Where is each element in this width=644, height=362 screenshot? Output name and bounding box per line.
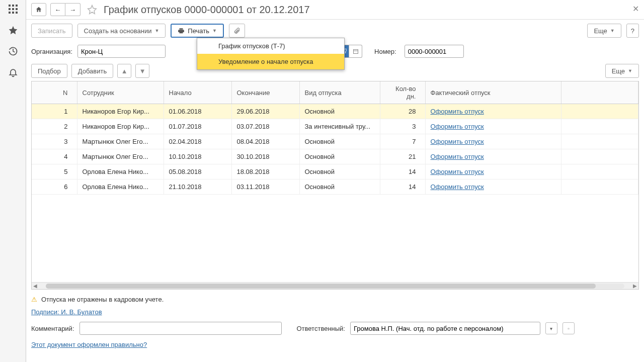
cell-type: Основной — [299, 134, 380, 149]
cell-end: 03.11.2018 — [231, 179, 299, 195]
chevron-down-icon: ▼ — [610, 28, 615, 33]
more-button[interactable]: Еще ▼ — [587, 24, 621, 38]
cell-type: Основной — [299, 179, 380, 195]
table-row[interactable]: 2Никаноров Егор Кир...01.07.201803.07.20… — [32, 119, 638, 134]
cell-start: 21.10.2018 — [164, 179, 231, 195]
footer: ⚠ Отпуска не отражены в кадровом учете. … — [26, 290, 644, 355]
doc-check-link[interactable]: Этот документ оформлен правильно? — [31, 341, 147, 348]
warning-text: Отпуска не отражены в кадровом учете. — [41, 296, 164, 303]
vacation-table: N Сотрудник Начало Окончание Вид отпуска… — [32, 81, 638, 195]
create-vacation-link[interactable]: Оформить отпуск — [431, 108, 484, 115]
cell-extra — [561, 104, 638, 119]
org-label: Организация: — [31, 48, 72, 55]
create-on-basis-button[interactable]: Создать на основании ▼ — [77, 24, 166, 38]
cell-end: 08.04.2018 — [231, 134, 299, 149]
close-icon[interactable]: ✕ — [632, 4, 639, 14]
back-button[interactable]: ← — [50, 3, 65, 16]
print-button[interactable]: Печать ▼ — [171, 24, 224, 38]
responsible-open-icon[interactable]: ▫ — [562, 322, 575, 334]
cell-days: 3 — [380, 119, 425, 134]
home-button[interactable] — [31, 3, 46, 16]
signatures-link[interactable]: Подписи: И. В. Булатов — [31, 308, 102, 316]
add-button[interactable]: Добавить — [71, 64, 113, 78]
table-row[interactable]: 3Мартынюк Олег Его...02.04.201808.04.201… — [32, 134, 638, 149]
cell-type: Основной — [299, 164, 380, 179]
cell-action: Оформить отпуск — [425, 164, 561, 179]
responsible-dropdown-icon[interactable]: ▾ — [545, 322, 557, 334]
chevron-down-icon: ▼ — [628, 68, 632, 73]
responsible-label: Ответственный: — [297, 325, 345, 332]
cell-end: 29.06.2018 — [231, 104, 299, 119]
col-n[interactable]: N — [32, 81, 77, 104]
cell-action: Оформить отпуск — [425, 119, 561, 134]
apps-icon[interactable] — [7, 3, 19, 15]
col-type[interactable]: Вид отпуска — [299, 81, 380, 104]
calendar-icon[interactable] — [349, 45, 362, 58]
create-on-basis-label: Создать на основании — [84, 27, 152, 35]
create-vacation-link[interactable]: Оформить отпуск — [431, 153, 484, 160]
scroll-left-icon[interactable]: ◀ — [32, 283, 39, 289]
col-action[interactable]: Фактический отпуск — [425, 81, 561, 104]
bell-icon[interactable] — [7, 66, 19, 78]
chevron-down-icon: ▼ — [212, 28, 217, 33]
cell-extra — [561, 119, 638, 134]
cell-days: 14 — [380, 164, 425, 179]
print-dropdown: График отпусков (Т-7) Уведомление о нача… — [197, 38, 345, 70]
svg-rect-1 — [12, 5, 14, 7]
table-row[interactable]: 6Орлова Елена Нико...21.10.201803.11.201… — [32, 179, 638, 195]
app-sidebar — [0, 0, 26, 362]
create-vacation-link[interactable]: Оформить отпуск — [431, 168, 484, 175]
pick-button[interactable]: Подбор — [31, 64, 67, 78]
svg-rect-9 — [353, 50, 358, 54]
comment-input[interactable] — [79, 322, 282, 335]
table-row[interactable]: 1Никаноров Егор Кир...01.06.201829.06.20… — [32, 104, 638, 119]
cell-employee: Никаноров Егор Кир... — [77, 104, 164, 119]
printer-icon — [178, 27, 185, 34]
create-vacation-link[interactable]: Оформить отпуск — [431, 138, 484, 145]
col-employee[interactable]: Сотрудник — [77, 81, 164, 104]
menu-item-t7[interactable]: График отпусков (Т-7) — [197, 38, 344, 54]
create-vacation-link[interactable]: Оформить отпуск — [431, 183, 484, 191]
cell-n: 6 — [32, 179, 77, 195]
responsible-input[interactable] — [350, 322, 540, 335]
forward-button[interactable]: → — [65, 3, 80, 16]
help-button[interactable]: ? — [626, 24, 639, 38]
number-input[interactable] — [405, 45, 464, 58]
cell-employee: Мартынюк Олег Его... — [77, 134, 164, 149]
table-row[interactable]: 5Орлова Елена Нико...05.08.201818.08.201… — [32, 164, 638, 179]
cell-end: 18.08.2018 — [231, 164, 299, 179]
cell-days: 28 — [380, 104, 425, 119]
cell-start: 10.10.2018 — [164, 149, 231, 164]
move-up-button[interactable]: ▲ — [117, 64, 131, 78]
svg-rect-0 — [9, 5, 11, 7]
cell-employee: Мартынюк Олег Его... — [77, 149, 164, 164]
table-container: N Сотрудник Начало Окончание Вид отпуска… — [31, 81, 639, 290]
favorite-icon[interactable] — [87, 4, 98, 15]
create-vacation-link[interactable]: Оформить отпуск — [431, 123, 484, 130]
scroll-right-icon[interactable]: ▶ — [631, 283, 638, 289]
write-button[interactable]: Записать — [31, 24, 72, 38]
horizontal-scrollbar[interactable]: ◀ ▶ — [32, 282, 638, 289]
org-input[interactable] — [77, 45, 166, 58]
star-icon[interactable] — [7, 24, 19, 36]
attach-button[interactable] — [229, 24, 245, 38]
table-more-button[interactable]: Еще ▼ — [605, 64, 639, 78]
table-row[interactable]: 4Мартынюк Олег Его...10.10.201830.10.201… — [32, 149, 638, 164]
col-end[interactable]: Окончание — [231, 81, 299, 104]
cell-action: Оформить отпуск — [425, 134, 561, 149]
command-bar: Записать Создать на основании ▼ Печать ▼… — [26, 20, 644, 42]
cell-employee: Орлова Елена Нико... — [77, 179, 164, 195]
warning-row: ⚠ Отпуска не отражены в кадровом учете. — [31, 294, 639, 305]
number-label: Номер: — [374, 48, 396, 55]
svg-rect-5 — [16, 8, 18, 10]
cell-n: 1 — [32, 104, 77, 119]
col-start[interactable]: Начало — [164, 81, 231, 104]
menu-item-notification[interactable]: Уведомление о начале отпуска — [197, 54, 344, 69]
col-days[interactable]: Кол-во дн. — [380, 81, 425, 104]
move-down-button[interactable]: ▼ — [135, 64, 149, 78]
table-more-label: Еще — [612, 67, 625, 75]
cell-n: 3 — [32, 134, 77, 149]
history-icon[interactable] — [7, 45, 19, 57]
print-label: Печать — [188, 27, 209, 35]
cell-action: Оформить отпуск — [425, 179, 561, 195]
